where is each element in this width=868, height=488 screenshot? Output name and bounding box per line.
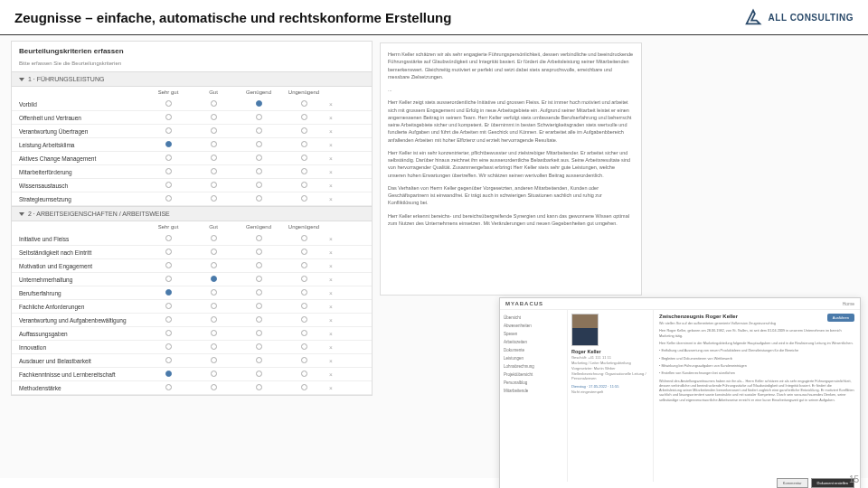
rating-radio[interactable] — [256, 371, 262, 377]
rating-radio[interactable] — [256, 127, 262, 134]
rating-radio[interactable] — [256, 316, 262, 323]
rating-radio[interactable] — [256, 303, 262, 309]
rating-radio[interactable] — [256, 289, 262, 296]
rating-radio[interactable] — [165, 371, 172, 377]
rating-radio[interactable] — [301, 141, 307, 147]
close-icon[interactable]: × — [326, 304, 335, 310]
sidebar-item[interactable]: Übersicht — [504, 314, 563, 322]
rating-radio[interactable] — [211, 276, 217, 282]
close-icon[interactable]: × — [326, 358, 335, 364]
rating-radio[interactable] — [211, 249, 217, 255]
rating-radio[interactable] — [165, 155, 172, 161]
close-icon[interactable]: × — [326, 196, 335, 202]
rating-radio[interactable] — [211, 168, 217, 174]
rating-radio[interactable] — [165, 289, 172, 296]
rating-radio[interactable] — [256, 114, 262, 120]
rating-radio[interactable] — [256, 343, 262, 350]
rating-radio[interactable] — [301, 357, 307, 363]
close-icon[interactable]: × — [326, 290, 335, 296]
rating-radio[interactable] — [301, 303, 307, 309]
rating-radio[interactable] — [256, 384, 262, 390]
rating-radio[interactable] — [211, 141, 217, 147]
sidebar-item[interactable]: Personalblog — [504, 379, 563, 387]
top-home-label[interactable]: Home — [843, 301, 854, 306]
section-header-2[interactable]: 2 · ARBEITSEIGENSCHAFTEN / ARBEITSWEISE — [12, 206, 372, 221]
rating-radio[interactable] — [211, 155, 217, 161]
rating-radio[interactable] — [301, 289, 307, 296]
close-icon[interactable]: × — [326, 236, 335, 242]
rating-radio[interactable] — [256, 262, 262, 268]
rating-radio[interactable] — [165, 303, 172, 309]
rating-radio[interactable] — [165, 195, 172, 202]
comment-button[interactable]: Kommentar — [777, 478, 808, 482]
close-icon[interactable]: × — [326, 277, 335, 283]
close-icon[interactable]: × — [326, 249, 335, 256]
sidebar-item[interactable]: Arbeitszeiten — [504, 338, 563, 346]
close-icon[interactable]: × — [326, 115, 335, 121]
rating-radio[interactable] — [301, 155, 307, 161]
rating-radio[interactable] — [211, 100, 217, 107]
rating-radio[interactable] — [165, 316, 172, 323]
rating-radio[interactable] — [256, 195, 262, 202]
close-icon[interactable]: × — [326, 385, 335, 391]
close-icon[interactable]: × — [326, 128, 335, 135]
rating-radio[interactable] — [301, 330, 307, 336]
close-icon[interactable]: × — [326, 344, 335, 351]
rating-radio[interactable] — [165, 100, 172, 107]
create-doc-button[interactable]: Dokument erstellen — [811, 478, 854, 482]
rating-radio[interactable] — [165, 249, 172, 255]
rating-radio[interactable] — [211, 182, 217, 188]
rating-radio[interactable] — [256, 100, 262, 107]
rating-radio[interactable] — [211, 303, 217, 309]
close-icon[interactable]: × — [326, 263, 335, 269]
sidebar-item[interactable]: Abwesenheiten — [504, 322, 563, 330]
rating-radio[interactable] — [165, 235, 172, 241]
rating-radio[interactable] — [301, 371, 307, 377]
rating-radio[interactable] — [165, 343, 172, 350]
rating-radio[interactable] — [211, 235, 217, 241]
close-icon[interactable]: × — [326, 183, 335, 189]
rating-radio[interactable] — [211, 371, 217, 377]
sidebar-item[interactable]: Dokumente — [504, 346, 563, 354]
rating-radio[interactable] — [165, 384, 172, 390]
rating-radio[interactable] — [165, 276, 172, 282]
sidebar-item[interactable]: Mitarbeitende — [504, 387, 563, 395]
rating-radio[interactable] — [301, 182, 307, 188]
close-icon[interactable]: × — [326, 331, 335, 337]
rating-radio[interactable] — [256, 357, 262, 363]
rating-radio[interactable] — [165, 357, 172, 363]
execute-button[interactable]: Ausführen — [827, 314, 854, 322]
rating-radio[interactable] — [256, 276, 262, 282]
rating-radio[interactable] — [301, 127, 307, 134]
rating-radio[interactable] — [301, 343, 307, 350]
rating-radio[interactable] — [165, 127, 172, 134]
rating-radio[interactable] — [301, 114, 307, 120]
rating-radio[interactable] — [256, 168, 262, 174]
rating-radio[interactable] — [211, 357, 217, 363]
rating-radio[interactable] — [256, 155, 262, 161]
rating-radio[interactable] — [211, 114, 217, 120]
rating-radio[interactable] — [211, 195, 217, 202]
rating-radio[interactable] — [165, 141, 172, 147]
rating-radio[interactable] — [301, 276, 307, 282]
rating-radio[interactable] — [301, 249, 307, 255]
rating-radio[interactable] — [256, 182, 262, 188]
rating-radio[interactable] — [301, 235, 307, 241]
close-icon[interactable]: × — [326, 169, 335, 175]
rating-radio[interactable] — [211, 262, 217, 268]
rating-radio[interactable] — [256, 249, 262, 255]
rating-radio[interactable] — [165, 114, 172, 120]
rating-radio[interactable] — [211, 330, 217, 336]
close-icon[interactable]: × — [326, 371, 335, 378]
rating-radio[interactable] — [165, 262, 172, 268]
close-icon[interactable]: × — [326, 101, 335, 108]
rating-radio[interactable] — [211, 289, 217, 296]
rating-radio[interactable] — [211, 316, 217, 323]
rating-radio[interactable] — [256, 235, 262, 241]
rating-radio[interactable] — [301, 168, 307, 174]
rating-radio[interactable] — [301, 384, 307, 390]
rating-radio[interactable] — [165, 168, 172, 174]
sidebar-item[interactable]: Spesen — [504, 330, 563, 338]
rating-radio[interactable] — [211, 343, 217, 350]
rating-radio[interactable] — [211, 127, 217, 134]
